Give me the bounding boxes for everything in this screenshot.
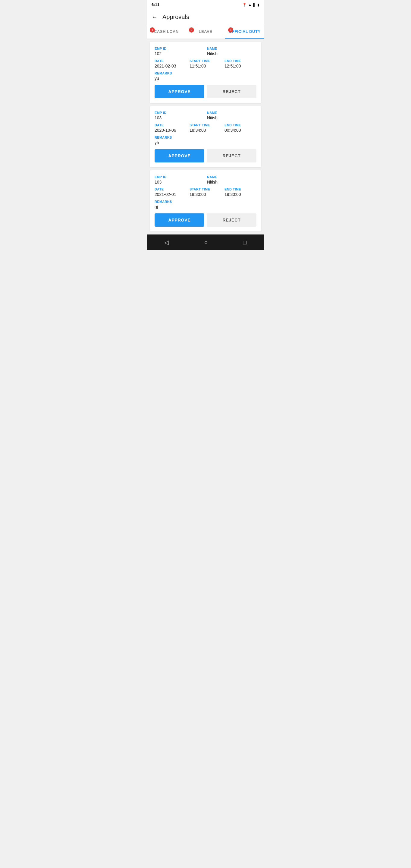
tab-leave-badge: 0 [189,27,194,33]
tab-cash-loan[interactable]: CASH LOAN 1 [147,25,186,38]
back-button[interactable]: ← [152,13,158,21]
card-3-end-time-label: END TIME [224,187,256,191]
card-1-name-label: NAME [207,47,256,50]
card-2-start-time-value: 18:34:00 [190,128,221,133]
card-3-name-value: Nitish [207,180,256,184]
card-2: EMP ID 103 NAME Nitish DATE 2020-10-06 S… [150,106,261,167]
card-2-end-time-label: END TIME [224,123,256,127]
tab-official-duty-label: OFFICIAL DUTY [229,29,260,34]
card-2-start-time-label: START TIME [190,123,221,127]
card-2-remarks-label: REMARKS [155,135,256,139]
page-title: Approvals [162,13,189,21]
tab-official-duty[interactable]: OFFICIAL DUTY 3 [225,25,264,38]
tab-official-duty-badge: 3 [228,27,233,33]
card-1-emp-id-value: 102 [155,51,204,56]
status-bar: 6:11 📍 ▲ ▌ ▮ [147,0,264,9]
card-2-remarks-value: yh [155,140,256,145]
signal-icon: ▌ [253,3,256,7]
card-1-end-time-value: 12:51:00 [224,64,256,68]
card-3-approve-button[interactable]: APPROVE [155,213,204,227]
card-3-date-value: 2021-02-01 [155,192,187,197]
card-3-name-label: NAME [207,175,256,179]
status-time: 6:11 [152,2,159,7]
card-1-start-time-label: START TIME [190,59,221,63]
card-2-name-label: NAME [207,111,256,115]
card-1-reject-button[interactable]: REJECT [207,85,256,98]
nav-back-button[interactable]: ◁ [158,238,175,247]
nav-home-button[interactable]: ○ [198,238,214,247]
card-3-emp-id-value: 103 [155,180,204,184]
top-bar: ← Approvals [147,9,264,25]
card-2-date-value: 2020-10-06 [155,128,187,133]
card-1-end-time-label: END TIME [224,59,256,63]
card-1-date-value: 2021-02-03 [155,64,187,68]
card-1-remarks-label: REMARKS [155,71,256,75]
card-1-emp-id-label: EMP ID [155,47,204,50]
location-icon: 📍 [242,3,247,7]
tab-cash-loan-badge: 1 [150,27,155,33]
card-1-name-value: Nitish [207,51,256,56]
card-3-end-time-value: 19:30:00 [224,192,256,197]
battery-icon: ▮ [257,3,259,7]
card-2-emp-id-label: EMP ID [155,111,204,115]
card-2-emp-id-value: 103 [155,116,204,120]
card-3-start-time-value: 18:30:00 [190,192,221,197]
card-3-remarks-value: gj [155,204,256,209]
card-1-start-time-value: 11:51:00 [190,64,221,68]
card-3: EMP ID 103 NAME Nitish DATE 2021-02-01 S… [150,170,261,231]
card-3-date-label: DATE [155,187,187,191]
card-3-remarks-label: REMARKS [155,200,256,204]
nav-recent-button[interactable]: □ [237,238,253,247]
tab-cash-loan-label: CASH LOAN [154,29,179,34]
card-2-approve-button[interactable]: APPROVE [155,149,204,162]
card-2-reject-button[interactable]: REJECT [207,149,256,162]
card-3-start-time-label: START TIME [190,187,221,191]
nav-bar: ◁ ○ □ [147,235,264,250]
card-3-emp-id-label: EMP ID [155,175,204,179]
card-1-date-label: DATE [155,59,187,63]
card-3-reject-button[interactable]: REJECT [207,213,256,227]
tab-leave[interactable]: LEAVE 0 [186,25,225,38]
content-area: EMP ID 102 NAME Nitish DATE 2021-02-03 S… [147,39,264,235]
card-2-end-time-value: 00:34:00 [224,128,256,133]
card-1-remarks-value: yu [155,76,256,81]
card-1-approve-button[interactable]: APPROVE [155,85,204,98]
wifi-icon: ▲ [248,3,252,7]
card-1: EMP ID 102 NAME Nitish DATE 2021-02-03 S… [150,42,261,103]
status-icons: 📍 ▲ ▌ ▮ [242,3,259,7]
tab-leave-label: LEAVE [199,29,213,34]
card-2-date-label: DATE [155,123,187,127]
tab-bar: CASH LOAN 1 LEAVE 0 OFFICIAL DUTY 3 [147,25,264,39]
card-2-name-value: Nitish [207,116,256,120]
